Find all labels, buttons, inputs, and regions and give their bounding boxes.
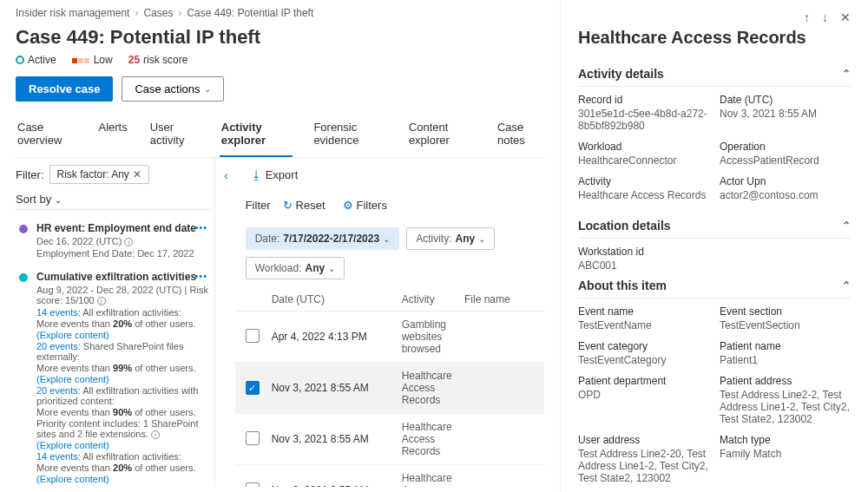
close-icon[interactable]: ✕ <box>133 168 141 180</box>
field-label: Workload <box>578 141 709 153</box>
field-label: Record id <box>578 94 709 106</box>
col-date[interactable]: Date (UTC) <box>272 293 402 305</box>
field-value: Healthcare Access Records <box>578 189 709 201</box>
table-row[interactable]: ✓Nov 3, 2021 8:55 AMHealthcare Access Re… <box>235 363 544 414</box>
field-value: Family Match <box>720 448 851 460</box>
detail-field: OperationAccessPatientRecord <box>720 141 851 167</box>
field-value: Test Address Line2-20, Test Address Line… <box>578 448 709 484</box>
cell-date: Nov 3, 2021 8:55 AM <box>272 382 402 394</box>
section-header[interactable]: Location details⌃ <box>578 212 851 239</box>
col-filename[interactable]: File name <box>464 293 534 305</box>
panel-up-arrow[interactable]: ↑ <box>804 10 810 24</box>
reset-filters-button[interactable]: ↻Reset <box>278 195 331 215</box>
case-actions-button[interactable]: Case actions⌄ <box>122 76 223 102</box>
table-row[interactable]: Nov 3, 2021 8:55 AMHealthcare Access Rec… <box>235 414 544 465</box>
timeline-event[interactable]: •••HR event: Employment end dateDec 16, … <box>16 217 211 266</box>
panel-close-icon[interactable]: ✕ <box>840 10 851 24</box>
field-value: Test Address Line2-2, Test Address Line1… <box>720 389 851 425</box>
event-count-link[interactable]: 20 events <box>36 385 78 396</box>
explore-content-link[interactable]: (Explore content) <box>36 330 109 340</box>
details-panel: ↑ ↓ ✕ Healthcare Access Records Activity… <box>560 0 868 492</box>
field-label: Event section <box>720 305 851 318</box>
tab-content-explorer[interactable]: Content explorer <box>407 112 477 157</box>
explore-content-link[interactable]: (Explore content) <box>36 374 109 384</box>
filter-chip-activity[interactable]: Activity: Any ⌄ <box>406 227 495 250</box>
filter-chip-label: Risk factor: Any <box>57 168 129 180</box>
tab-activity-explorer[interactable]: Activity explorer <box>220 112 293 157</box>
event-meta: Dec 16, 2022 (UTC) i <box>36 236 209 246</box>
detail-field: WorkloadHealthcareConnector <box>578 141 709 167</box>
more-icon[interactable]: ••• <box>194 271 207 281</box>
timeline-event[interactable]: •••Cumulative exfiltration activitiesAug… <box>16 266 211 487</box>
detail-field: Patient addressTest Address Line2-2, Tes… <box>720 375 851 425</box>
row-checkbox[interactable]: ✓ <box>246 381 260 395</box>
filters-button[interactable]: ⚙Filters <box>338 195 392 215</box>
detail-field: Event nameTestEventName <box>578 305 709 331</box>
reset-icon: ↻ <box>283 199 293 212</box>
field-value: TestEventSection <box>720 319 851 331</box>
export-button[interactable]: ⭳Export <box>246 165 304 185</box>
field-label: Workstation id <box>578 246 851 258</box>
chevron-down-icon: ⌄ <box>383 234 390 244</box>
cell-date: Nov 3, 2021 8:55 AM <box>272 433 402 445</box>
field-label: Patient name <box>720 340 851 352</box>
filter-label: Filter <box>246 199 271 212</box>
field-label: Event category <box>578 340 709 352</box>
explore-content-link[interactable]: (Explore content) <box>36 474 109 484</box>
event-count-link[interactable]: 14 events <box>36 451 78 462</box>
tab-case-overview[interactable]: Case overview <box>16 112 77 157</box>
event-detail-line: More events than 90% of other users. <box>36 407 209 417</box>
panel-down-arrow[interactable]: ↓ <box>822 10 828 24</box>
explore-content-link[interactable]: (Explore content) <box>36 440 109 450</box>
event-title: HR event: Employment end date <box>36 222 209 234</box>
col-activity[interactable]: Activity <box>402 293 464 305</box>
event-detail-line: 20 events: Shared SharePoint files exter… <box>36 485 209 487</box>
info-icon[interactable]: i <box>151 430 160 439</box>
filter-chip-workload[interactable]: Workload: Any ⌄ <box>246 257 345 279</box>
event-detail-line: More events than 20% of other users. <box>36 318 209 329</box>
chevron-up-icon: ⌃ <box>842 279 851 292</box>
sort-by-dropdown[interactable]: Sort by ⌄ <box>16 189 211 210</box>
tab-user-activity[interactable]: User activity <box>148 112 201 157</box>
table-row[interactable]: Apr 4, 2022 4:13 PMGambling websites bro… <box>235 312 544 363</box>
field-label: Actor Upn <box>720 175 851 187</box>
section-header[interactable]: Activity details⌃ <box>578 60 851 87</box>
field-label: Patient department <box>578 375 709 387</box>
field-label: Activity <box>578 175 709 187</box>
filter-chip-date[interactable]: Date: 7/17/2022-2/17/2023 ⌄ <box>246 227 399 250</box>
tab-case-notes[interactable]: Case notes <box>496 112 544 157</box>
resolve-case-button[interactable]: Resolve case <box>16 76 113 102</box>
export-icon: ⭳ <box>251 168 262 181</box>
row-checkbox[interactable] <box>246 482 260 488</box>
table-row[interactable]: Nov 3, 2021 8:55 AMHealthcare Access Rec… <box>235 465 544 487</box>
event-count-link[interactable]: 20 events <box>36 341 78 351</box>
cell-activity: Healthcare Access Records <box>402 472 464 487</box>
filter-chip-risk-factor[interactable]: Risk factor: Any✕ <box>49 165 149 184</box>
info-icon[interactable]: i <box>124 238 133 246</box>
detail-field: Record id301e5e1d-c5ee-4b8d-a272-8b5bf89… <box>578 94 709 132</box>
detail-field: Patient departmentOPD <box>578 375 709 425</box>
breadcrumb-root[interactable]: Insider risk management <box>16 7 129 19</box>
event-count-link[interactable]: 20 events <box>36 485 78 487</box>
row-checkbox[interactable] <box>246 329 260 343</box>
section-header[interactable]: About this item⌃ <box>578 272 851 298</box>
chevron-down-icon: ⌄ <box>478 234 485 244</box>
tab-alerts[interactable]: Alerts <box>96 112 128 157</box>
status-active-icon <box>16 56 24 64</box>
field-value: AccessPatientRecord <box>720 154 851 167</box>
info-icon[interactable]: i <box>97 297 106 305</box>
cell-activity: Gambling websites browsed <box>402 318 464 355</box>
severity-label: Low <box>94 54 113 66</box>
more-icon[interactable]: ••• <box>194 222 207 233</box>
export-label: Export <box>266 168 299 181</box>
breadcrumb[interactable]: Insider risk management › Cases › Case 4… <box>16 7 544 19</box>
tab-forensic-evidence[interactable]: Forensic evidence <box>312 112 388 157</box>
collapse-sidebar-chevron[interactable]: ‹ <box>217 165 235 186</box>
row-checkbox[interactable] <box>246 431 260 445</box>
event-detail-line: More events than 20% of other users. <box>36 462 209 473</box>
breadcrumb-cases[interactable]: Cases <box>143 7 173 19</box>
detail-field: Workstation idABC001 <box>578 246 851 272</box>
event-count-link[interactable]: 14 events <box>36 307 78 318</box>
field-value: ABC001 <box>578 259 851 272</box>
field-value: HealthcareConnector <box>578 154 709 167</box>
